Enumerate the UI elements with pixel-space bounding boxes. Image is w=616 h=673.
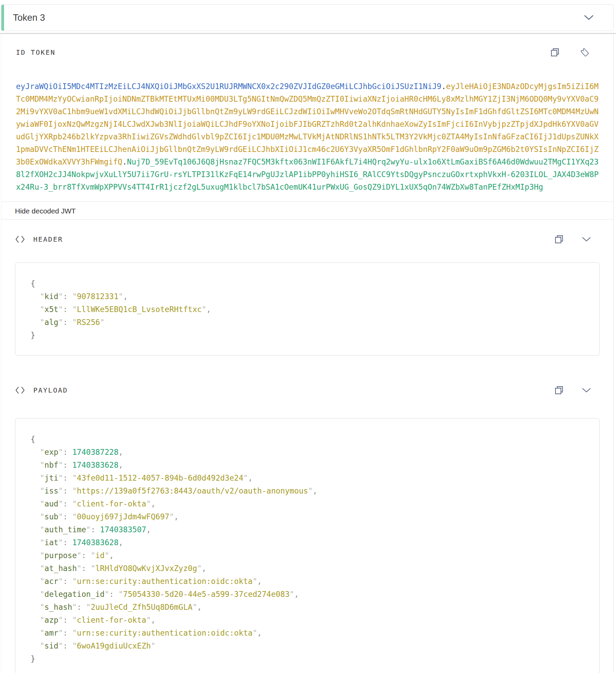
json-claim-line: "sid": "6woA19gdiuUcxEZh" — [31, 639, 589, 652]
json-claim-line: "alg": "RS256" — [31, 316, 589, 329]
token-panel-title: Token 3 — [13, 13, 45, 23]
json-claim-line: "nbf": 1740383628, — [31, 459, 589, 471]
copy-icon[interactable] — [553, 385, 564, 396]
jwt-separator: . — [122, 157, 127, 166]
json-claim-line: "kid": "907812331", — [31, 290, 589, 303]
payload-section-row: PAYLOAD — [15, 385, 591, 396]
json-claim-line: "azp": "client-for-okta", — [31, 614, 589, 626]
json-claim-line: "exp": 1740387228, — [31, 446, 589, 459]
token-detail-card: ID TOKEN eyJraWQiOiI5MDc4MTIz — [1, 34, 614, 673]
decoded-header-json: { "kid": "907812331", "x5t": "LllWKe5EBQ… — [15, 262, 600, 356]
code-brackets-icon — [15, 235, 25, 243]
json-close-brace: } — [31, 652, 589, 665]
json-claim-line: "iat": 1740383628, — [31, 536, 589, 549]
json-claim-line: "purpose": "id", — [31, 549, 589, 562]
json-claim-line: "iss": "https://139a0f5f2763:8443/oauth/… — [31, 484, 589, 497]
jwt-separator: . — [441, 82, 446, 91]
json-claim-line: "aud": "client-for-okta", — [31, 497, 589, 510]
copy-icon[interactable] — [553, 234, 564, 245]
json-claim-line: "delegation_id": "75054330-5d20-44e5-a59… — [31, 588, 589, 601]
json-claim-line: "sub": "00uoyj697jJdm4wFQ697", — [31, 510, 589, 523]
json-claim-line: "jti": "43fe0d11-1512-4057-894b-6d0d492d… — [31, 471, 589, 484]
payload-section-label: PAYLOAD — [33, 386, 68, 394]
chevron-down-icon[interactable] — [582, 388, 591, 393]
decoded-payload-json: { "exp": 1740387228, "nbf": 1740383628, … — [15, 418, 600, 673]
ticket-icon[interactable] — [579, 46, 591, 58]
json-claim-line: "acr": "urn:se:curity:authentication:oid… — [31, 575, 589, 588]
json-claim-line: "x5t": "LllWKe5EBQ1cB_LvsoteRHtftxc", — [31, 303, 589, 316]
json-open-brace: { — [31, 277, 589, 290]
chevron-down-icon[interactable] — [582, 237, 591, 242]
token-panel-header[interactable]: Token 3 — [1, 4, 614, 31]
json-claim-line: "amr": "urn:se:curity:authentication:oid… — [31, 626, 589, 639]
hide-decoded-jwt-toggle[interactable]: Hide decoded JWT — [1, 202, 613, 220]
token-accent-bar — [1, 5, 4, 31]
jwt-token-text: eyJraWQiOiI5MDc4MTIzMzEiLCJ4NXQiOiJMbGxX… — [16, 80, 600, 193]
chevron-down-icon[interactable] — [584, 15, 594, 20]
json-claim-line: "at_hash": "lRHldYO8QwKvjXJvxZyz0g", — [31, 562, 589, 575]
code-brackets-icon — [15, 386, 25, 394]
header-section-row: HEADER — [15, 234, 591, 245]
json-claim-line: "auth_time": 1740383507, — [31, 523, 589, 536]
jwt-payload-segment: eyJleHAiOjE3NDAzODcyMjgsIm5iZiI6MTc0MDM4… — [16, 82, 599, 166]
json-close-brace: } — [31, 329, 589, 342]
copy-icon[interactable] — [549, 47, 560, 58]
jwt-header-segment: eyJraWQiOiI5MDc4MTIzMzEiLCJ4NXQiOiJMbGxX… — [16, 82, 441, 91]
id-token-row: ID TOKEN — [1, 34, 613, 58]
json-open-brace: { — [31, 433, 589, 446]
json-claim-line: "s_hash": "2uuJleCd_Zfh5Uq8D6mGLA", — [31, 601, 589, 614]
id-token-label: ID TOKEN — [16, 48, 55, 56]
hide-decoded-jwt-label: Hide decoded JWT — [15, 207, 76, 215]
header-section-label: HEADER — [33, 235, 63, 243]
